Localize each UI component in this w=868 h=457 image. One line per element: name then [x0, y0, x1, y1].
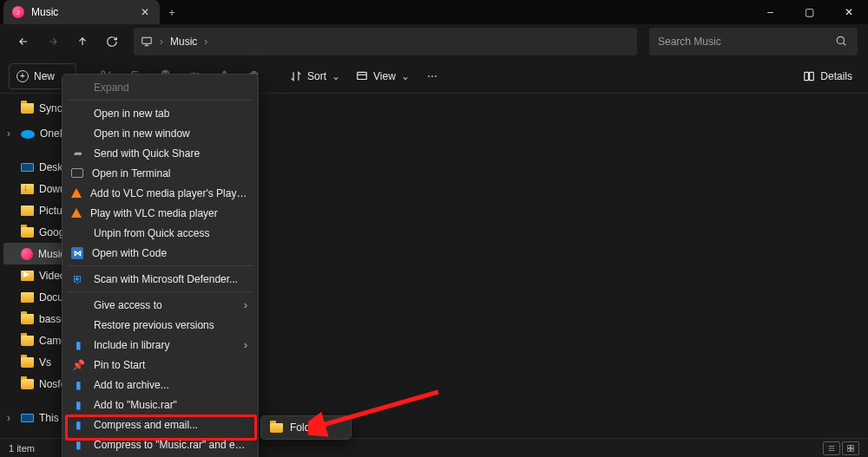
menu-item-label: Compress and email...	[94, 419, 247, 431]
breadcrumb[interactable]: › Music ›	[134, 28, 637, 55]
menu-item-label: Add to archive...	[94, 379, 247, 391]
thumbnails-view-icon[interactable]	[842, 441, 859, 455]
menu-item-label: Open in Terminal	[92, 167, 247, 180]
menu-item-include-in-library[interactable]: ▮Include in library›	[62, 335, 258, 355]
menu-item-add-to-music-rar[interactable]: ▮Add to "Music.rar"	[62, 395, 258, 415]
up-button[interactable]	[69, 29, 95, 55]
blank-icon	[71, 81, 85, 95]
pic-icon	[21, 206, 34, 216]
tab-music[interactable]: ♪ Music ✕	[3, 0, 160, 24]
svg-rect-10	[810, 72, 814, 80]
close-tab-icon[interactable]: ✕	[139, 6, 151, 18]
term-icon	[71, 168, 83, 178]
folder-icon	[21, 227, 34, 238]
menu-item-label: Add to VLC media player's Playlist	[90, 187, 247, 199]
menu-separator	[68, 100, 253, 101]
menu-item-add-to-archive[interactable]: ▮Add to archive...	[62, 375, 258, 395]
new-tab-button[interactable]: ＋	[160, 0, 184, 24]
svg-rect-11	[848, 445, 851, 447]
folder-icon	[21, 336, 34, 346]
view-label: View	[373, 70, 396, 82]
books-icon: ▮	[71, 438, 85, 452]
menu-item-label: Open in new window	[94, 127, 247, 140]
chevron-right-icon: ›	[244, 299, 247, 311]
folder-icon	[21, 314, 34, 324]
blank-icon	[71, 298, 85, 312]
menu-item-open-in-new-window[interactable]: Open in new window	[62, 123, 258, 143]
menu-item-label: Restore previous versions	[94, 319, 247, 331]
back-button[interactable]	[10, 29, 36, 55]
content-area[interactable]	[161, 94, 868, 438]
menu-item-open-in-terminal[interactable]: Open in Terminal	[62, 163, 258, 183]
refresh-button[interactable]	[99, 29, 125, 55]
minimize-button[interactable]: –	[751, 0, 790, 24]
blank-icon	[71, 226, 85, 240]
monitor-icon	[21, 163, 34, 172]
menu-item-label: Expand	[94, 82, 247, 94]
maximize-button[interactable]: ▢	[790, 0, 829, 24]
menu-item-open-in-new-tab[interactable]: Open in new tab	[62, 103, 258, 123]
monitor-icon	[141, 36, 153, 48]
menu-item-compress-and-email[interactable]: ▮Compress and email...	[62, 415, 258, 434]
svg-rect-0	[142, 37, 152, 43]
share-icon: ➦	[71, 147, 85, 160]
menu-item-add-to-vlc-media-player-s-playlist[interactable]: Add to VLC media player's Playlist	[62, 183, 258, 203]
menu-item-unpin-from-quick-access[interactable]: Unpin from Quick access	[62, 223, 258, 243]
sort-button[interactable]: Sort ⌄	[283, 63, 347, 89]
menu-separator	[68, 265, 253, 266]
empty-icon	[71, 107, 85, 121]
window-controls: – ▢ ✕	[751, 0, 868, 24]
doc-icon	[21, 292, 34, 303]
menu-item-restore-previous-versions[interactable]: Restore previous versions	[62, 315, 258, 335]
view-button[interactable]: View ⌄	[349, 63, 417, 89]
details-label: Details	[820, 70, 852, 82]
svg-rect-13	[848, 448, 851, 451]
menu-item-play-with-vlc-media-player[interactable]: Play with VLC media player	[62, 203, 258, 223]
chevron-down-icon: ⌄	[332, 70, 340, 82]
chevron-right-icon: ›	[244, 339, 247, 351]
search-placeholder: Search Music	[658, 36, 835, 48]
details-icon	[803, 70, 815, 82]
shield-icon: ⛨	[71, 272, 85, 286]
search-input[interactable]: Search Music	[649, 28, 858, 55]
forward-button[interactable]	[40, 29, 66, 55]
menu-item-label: Scan with Microsoft Defender...	[94, 273, 247, 285]
menu-item-expand: Expand	[62, 78, 258, 97]
menu-item-compress-to-music-rar-and-email[interactable]: ▮Compress to "Music.rar" and email	[62, 434, 258, 454]
menu-item-label: Open with Code	[92, 247, 247, 259]
breadcrumb-segment[interactable]: Music	[170, 36, 197, 48]
tab-label: Music	[31, 6, 132, 18]
folder-icon	[21, 357, 34, 368]
menu-separator	[68, 291, 253, 292]
menu-item-send-with-quick-share[interactable]: ➦Send with Quick Share	[62, 143, 258, 163]
menu-item-label: Compress to "Music.rar" and email	[94, 439, 247, 451]
submenu-folder[interactable]: Folder	[260, 415, 352, 440]
menu-item-give-access-to[interactable]: Give access to›	[62, 295, 258, 315]
menu-item-label: Include in library	[94, 339, 235, 351]
video-icon	[21, 271, 34, 281]
pin-icon: 📌	[71, 358, 85, 372]
music-icon	[21, 248, 33, 260]
close-window-button[interactable]: ✕	[829, 0, 868, 24]
search-icon	[835, 35, 849, 49]
item-count: 1 item	[9, 443, 35, 454]
menu-item-label: Send with Quick Share	[94, 147, 247, 160]
folder-icon	[21, 379, 34, 389]
sidebar-item-label: Vs	[39, 356, 51, 369]
details-view-icon[interactable]	[823, 441, 840, 455]
chevron-right-icon: ›	[160, 36, 163, 48]
music-icon: ♪	[12, 6, 24, 18]
menu-item-label: Unpin from Quick access	[94, 227, 247, 239]
menu-item-scan-with-microsoft-defender[interactable]: ⛨Scan with Microsoft Defender...	[62, 269, 258, 289]
menu-item-open-with-code[interactable]: ⋈Open with Code	[62, 243, 258, 263]
menu-item-pin-to-start[interactable]: 📌Pin to Start	[62, 355, 258, 375]
empty-icon	[71, 127, 85, 140]
submenu-label: Folder	[290, 421, 319, 434]
books-icon: ▮	[71, 398, 85, 412]
more-button[interactable]: ⋯	[418, 63, 446, 89]
menu-item-label: Give access to	[94, 299, 235, 311]
details-button[interactable]: Details	[796, 63, 859, 89]
books-icon: ▮	[71, 338, 85, 352]
plus-circle-icon: +	[16, 70, 29, 82]
svg-rect-14	[851, 448, 853, 451]
